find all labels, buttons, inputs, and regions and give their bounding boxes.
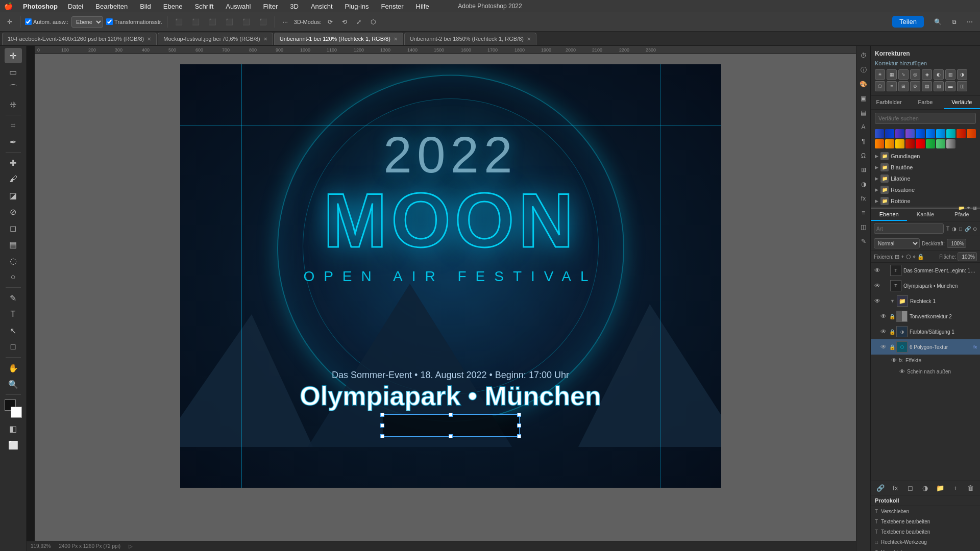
extra-btn[interactable]: ⋯ <box>964 15 976 29</box>
swatch-16[interactable] <box>926 139 935 148</box>
gradients-icon[interactable]: ▤ <box>858 107 869 118</box>
layer-row-farbton[interactable]: 👁 🔒 ◑ Farbton/Sättigung 1 <box>871 324 980 339</box>
korr-levels[interactable]: ▦ <box>887 69 897 80</box>
swatch-2[interactable] <box>885 129 894 138</box>
handle-ml[interactable] <box>380 423 384 428</box>
tool-shape[interactable]: □ <box>5 339 22 355</box>
opacity-input[interactable] <box>947 239 966 248</box>
korr-photo-filter[interactable]: ⬡ <box>875 81 885 91</box>
link-icon-btn[interactable]: 🔗 <box>875 483 886 494</box>
korr-exposure[interactable]: ◎ <box>910 69 920 80</box>
swatch-6[interactable] <box>926 129 935 138</box>
more-btn[interactable]: ··· <box>280 15 291 29</box>
vis-farbton[interactable]: 👁 <box>880 328 887 335</box>
menu-ebene[interactable]: Ebene <box>161 2 185 11</box>
handle-bl[interactable] <box>380 434 384 438</box>
transform-checkbox[interactable] <box>106 18 113 25</box>
handle-tl[interactable] <box>380 413 384 417</box>
color-swatches[interactable] <box>5 399 22 418</box>
tool-dodge[interactable]: ○ <box>5 269 22 285</box>
fix-pixel-icon[interactable]: + <box>901 254 904 260</box>
filter-type-btn[interactable]: T <box>946 224 950 233</box>
handle-bc[interactable] <box>449 434 453 438</box>
swatch-8[interactable] <box>946 129 955 138</box>
korr-color-lookup[interactable]: ⊞ <box>898 81 909 91</box>
tool-hand[interactable]: ✋ <box>5 360 22 375</box>
prot-row-0[interactable]: T Verschieben <box>871 506 980 516</box>
paragraph-icon[interactable]: ¶ <box>858 136 869 147</box>
swatch-12[interactable] <box>885 139 894 148</box>
menu-plugins[interactable]: Plug-ins <box>343 2 371 11</box>
paths-icon[interactable]: ✎ <box>858 236 869 247</box>
korr-bw[interactable]: ◑ <box>957 69 967 80</box>
tab-verlaeufe[interactable]: Verläufe <box>944 96 980 109</box>
fill-input[interactable] <box>958 252 977 261</box>
verlauf-search-input[interactable] <box>875 113 976 124</box>
mask-icon-btn[interactable]: ◻ <box>905 483 916 494</box>
swatches-icon[interactable]: ▣ <box>858 93 869 104</box>
menu-schrift[interactable]: Schrift <box>192 2 215 11</box>
properties-icon[interactable]: ⊞ <box>858 164 869 176</box>
adjustments-icon[interactable]: ◑ <box>858 179 869 190</box>
korr-selective-color[interactable]: ◫ <box>957 81 967 91</box>
tool-history[interactable]: ⊘ <box>5 204 22 219</box>
align-center-v-btn[interactable]: ⬛ <box>239 15 253 29</box>
search-btn[interactable]: 🔍 <box>931 15 945 29</box>
tool-select-rect[interactable]: ▭ <box>5 64 22 80</box>
fx-icon-btn[interactable]: fx <box>890 483 901 494</box>
swatch-11[interactable] <box>875 139 884 148</box>
align-center-h-btn[interactable]: ⬛ <box>189 15 203 29</box>
glyphs-icon[interactable]: Ω <box>858 150 869 161</box>
autom-ausw-checkbox[interactable] <box>25 18 32 25</box>
korr-color-balance[interactable]: ▥ <box>945 69 955 80</box>
tab-0[interactable]: 10-Facebook-Event-2400x1260.psd bei 120%… <box>2 33 157 45</box>
3d-btn-3[interactable]: ⤢ <box>353 15 364 29</box>
fix-transform-icon[interactable]: ⬡ <box>906 254 911 260</box>
menu-hilfe[interactable]: Hilfe <box>414 2 431 11</box>
menu-ansicht[interactable]: Ansicht <box>309 2 335 11</box>
channels-icon[interactable]: ◫ <box>858 221 869 233</box>
filter-smart-btn[interactable]: 🔗 <box>965 224 971 233</box>
tab-1-close[interactable]: ✕ <box>263 36 267 42</box>
vis-rechteck1[interactable]: 👁 <box>874 297 881 305</box>
align-left-btn[interactable]: ⬛ <box>172 15 186 29</box>
history-icon[interactable]: ⏱ <box>858 50 869 61</box>
korr-vibrance[interactable]: ◈ <box>922 69 932 80</box>
prot-row-3[interactable]: □ Rechteck-Werkzeug <box>871 537 980 547</box>
menu-3d[interactable]: 3D <box>288 2 301 11</box>
swatch-10[interactable] <box>967 129 976 138</box>
adj-icon-btn[interactable]: ◑ <box>920 483 931 494</box>
tool-eyedropper[interactable]: ✒ <box>5 134 22 149</box>
vis-polygon[interactable]: 👁 <box>880 343 887 350</box>
tool-text[interactable]: T <box>5 307 22 322</box>
swatch-17[interactable] <box>936 139 945 148</box>
filter-toggle-btn[interactable]: ⊙ <box>973 224 977 233</box>
tab-farbfelder[interactable]: Farbfelder <box>871 96 907 109</box>
align-right-btn[interactable]: ⬛ <box>206 15 219 29</box>
tab-3-close[interactable]: ✕ <box>527 36 531 42</box>
menu-bearbeiten[interactable]: Bearbeiten <box>93 2 130 11</box>
filter-adj-btn[interactable]: ◑ <box>952 224 957 233</box>
tab-3[interactable]: Unbenannt-2 bei 1850% (Rechteck 1, RGB/8… <box>404 33 536 45</box>
schein-eye[interactable]: 👁 <box>899 368 905 374</box>
tool-mask-mode[interactable]: ◧ <box>5 421 22 436</box>
new-layer-btn[interactable]: + <box>950 483 961 494</box>
tool-zoom[interactable]: 🔍 <box>5 377 22 392</box>
tab-0-close[interactable]: ✕ <box>147 36 151 42</box>
tool-screen-mode[interactable]: ⬜ <box>5 437 22 453</box>
tab-1[interactable]: Mockup-festival.jpg bei 70,6% (RGB/8) ✕ <box>158 33 273 45</box>
arrange-btn[interactable]: ⧉ <box>949 15 960 29</box>
handle-mr[interactable] <box>517 423 521 428</box>
move-tool-btn[interactable]: ✛ <box>4 15 15 29</box>
swatch-7[interactable] <box>936 129 945 138</box>
vis-olympia[interactable]: 👁 <box>874 282 881 289</box>
ebenen-tab-ebenen[interactable]: Ebenen <box>871 209 907 221</box>
layer-row-polygon[interactable]: 👁 🔒 ⬡ 6 Polygon-Textur fx <box>871 339 980 355</box>
selection-box[interactable] <box>382 414 520 437</box>
arrow-rechteck1[interactable]: ▼ <box>890 298 895 304</box>
handle-tc[interactable] <box>449 413 453 417</box>
prot-row-2[interactable]: T Textebene bearbeiten <box>871 527 980 537</box>
tool-pen[interactable]: ✎ <box>5 290 22 306</box>
tool-eraser[interactable]: ◻ <box>5 220 22 236</box>
korr-hue[interactable]: ◐ <box>934 69 944 80</box>
